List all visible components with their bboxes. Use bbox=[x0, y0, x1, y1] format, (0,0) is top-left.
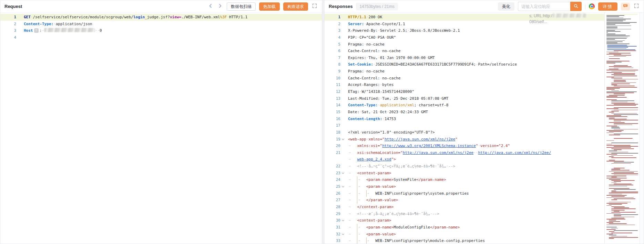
minimap-row bbox=[611, 74, 635, 75]
code-line[interactable]: 14Content-Type:·application/xml;·charset… bbox=[325, 102, 604, 109]
hot-reload-button[interactable]: 热加载 bbox=[259, 2, 280, 11]
fold-chevron-icon[interactable] bbox=[340, 183, 346, 190]
minimap-row bbox=[611, 71, 635, 72]
code-line[interactable]: 21→xsi:schemaLocation="http://java.sun.c… bbox=[325, 149, 604, 156]
code-line[interactable]: 13Last-Modified:·Tue,·25·Dec·2018·05:07:… bbox=[325, 95, 604, 102]
minimap-row bbox=[606, 154, 617, 155]
code-token: Expires: bbox=[348, 56, 366, 60]
build-request-button[interactable]: 构造请求 bbox=[283, 2, 308, 11]
request-expand-button[interactable] bbox=[311, 3, 318, 10]
code-line[interactable]: 3X-Powered-By:·Servlet·2.5;·JBoss-5.0/JB… bbox=[325, 27, 604, 34]
minimap-row bbox=[606, 176, 626, 176]
request-code-editor[interactable]: 1GET·/selfservice/selfservice/module/scg… bbox=[0, 13, 322, 244]
code-line[interactable]: 7Expires:·Thu,·01·Jan·1970·00:00:00·GMT bbox=[325, 55, 604, 61]
whitespace-dot: · bbox=[407, 28, 410, 33]
minimap-row bbox=[606, 70, 638, 70]
minimap-row bbox=[614, 230, 638, 231]
code-line[interactable]: 6Cache-Control:·no-cache bbox=[325, 48, 604, 55]
minimap-row bbox=[611, 180, 635, 181]
code-line[interactable]: 11Accept-Ranges:·bytes bbox=[325, 81, 604, 88]
code-text: Last-Modified:·Tue,·25·Dec·2018·05:07:08… bbox=[346, 96, 448, 101]
history-prev-button[interactable] bbox=[207, 3, 214, 10]
line-number: 26 bbox=[325, 190, 340, 197]
code-line[interactable]: 27→→</param-value> bbox=[325, 197, 604, 204]
minimap-row bbox=[611, 157, 636, 158]
code-token: Content-Type: bbox=[348, 103, 378, 107]
code-line[interactable]: 12ETag:·W/"14318-1545714428000" bbox=[325, 88, 604, 95]
minimap-row bbox=[606, 225, 635, 225]
comment-button[interactable] bbox=[621, 3, 630, 10]
code-line[interactable]: 2Content-Type:·application/json bbox=[0, 21, 322, 28]
line-number: 28 bbox=[325, 204, 340, 211]
whitespace-dot: · bbox=[378, 28, 380, 33]
code-line[interactable]: 16Content-Length:·14753 bbox=[325, 116, 604, 123]
minimap[interactable] bbox=[604, 13, 640, 244]
response-search-button[interactable] bbox=[570, 2, 582, 11]
code-token: 05:07:08 bbox=[421, 96, 439, 101]
code-token: application/json bbox=[56, 22, 92, 26]
indent-guide: → bbox=[357, 224, 366, 231]
code-line[interactable]: 24→→<param-name>SystemFile</param-name> bbox=[325, 176, 604, 183]
response-code-editor[interactable]: 1HTTP/1.1·200·OK2Server:·Apache-Coyote/1… bbox=[325, 13, 604, 244]
tab-indent-icon: → bbox=[348, 149, 357, 156]
code-token: --> bbox=[448, 164, 455, 168]
code-token: Accept-Ranges: bbox=[348, 82, 380, 87]
packet-scan-button[interactable]: 数据包扫描 bbox=[227, 2, 256, 11]
code-line[interactable]: 1GET·/selfservice/selfservice/module/scg… bbox=[0, 14, 322, 21]
code-line[interactable]: 20→xmlns:xsi="http://www.w3.org/2001/XML… bbox=[325, 143, 604, 149]
code-text: ETag:·W/"14318-1545714428000" bbox=[346, 89, 414, 94]
code-line[interactable]: 32→→<param-value> bbox=[325, 231, 604, 238]
vertical-scrollbar[interactable] bbox=[640, 13, 644, 244]
code-line[interactable]: 9Pragma:·no-cache bbox=[325, 68, 604, 75]
code-line[interactable]: 15Date:·Sat,·21·Oct·2023·02:24:33·GMT bbox=[325, 109, 604, 116]
code-line[interactable]: 19<web-app·xmlns="http://java.sun.com/xm… bbox=[325, 136, 604, 143]
code-line[interactable]: 8Set-Cookie:·JSESSIONID=BE243AC6A67FE633… bbox=[325, 61, 604, 68]
code-token: ./WEB-INF/web.xml bbox=[181, 15, 220, 19]
fold-chevron-icon[interactable] bbox=[340, 217, 346, 224]
minimap-row bbox=[611, 212, 636, 213]
code-line[interactable]: 28→</context-param> bbox=[325, 204, 604, 211]
code-line[interactable]: 30→<context-param> bbox=[325, 217, 604, 224]
minimap-row bbox=[611, 196, 625, 197]
request-title: Request bbox=[4, 4, 22, 9]
code-line[interactable]: 17 bbox=[325, 122, 604, 129]
code-line[interactable]: 3Host?:···0 bbox=[0, 27, 322, 34]
code-line[interactable]: 23→<context-param> bbox=[325, 170, 604, 177]
minimap-row bbox=[606, 30, 615, 31]
response-expand-button[interactable] bbox=[633, 3, 640, 10]
minimap-row bbox=[609, 58, 620, 59]
code-line[interactable]: 18<?xml·version="1.0"·encoding="UTF-8"?> bbox=[325, 129, 604, 136]
code-line[interactable]: 31→→<param-name>ModuleConfigFile</param-… bbox=[325, 224, 604, 231]
code-line[interactable]: 33→→→WEB-INF\config\property\module-conf… bbox=[325, 237, 604, 244]
code-line[interactable]: →web-app_2_4.xsd"> bbox=[325, 156, 604, 163]
code-line[interactable]: 10Cache-Control:·no-cache bbox=[325, 75, 604, 82]
code-line[interactable]: 26→→→WEB-INF\config\property\system.prop… bbox=[325, 190, 604, 197]
code-line[interactable]: 4 bbox=[0, 34, 322, 41]
code-line[interactable]: 5Pragma:·no-cache bbox=[325, 41, 604, 48]
beautify-button[interactable]: 美化 bbox=[498, 2, 514, 11]
fold-chevron-icon[interactable] bbox=[340, 170, 346, 177]
redacted-text bbox=[44, 28, 95, 32]
response-search-input[interactable] bbox=[518, 2, 570, 11]
line-number: 3 bbox=[325, 27, 340, 34]
open-in-browser-icon[interactable] bbox=[589, 3, 595, 9]
code-line[interactable]: 1HTTP/1.1·200·OK bbox=[325, 14, 604, 21]
tab-indent-icon: → bbox=[348, 163, 357, 170]
line-number: 5 bbox=[325, 41, 340, 48]
line-number: 32 bbox=[325, 231, 340, 238]
code-line[interactable]: 29→<!--·æ¨¡å—ä¿¡æ¯é…ç½®æ–‡ä»¶è·¯å¾„·--> bbox=[325, 211, 604, 217]
code-line[interactable]: 4P3P:·CP="CAO·PSA·OUR" bbox=[325, 34, 604, 41]
minimap-row bbox=[614, 114, 638, 115]
minimap-row bbox=[611, 111, 619, 111]
code-line[interactable]: 25→→<param-value> bbox=[325, 183, 604, 190]
history-next-button[interactable] bbox=[217, 3, 223, 10]
minimap-row bbox=[614, 121, 621, 122]
fold-chevron-icon[interactable] bbox=[340, 231, 346, 238]
fold-chevron-icon[interactable] bbox=[340, 136, 346, 143]
code-line[interactable]: 22→<!--·å…¬ç”¨ç³»ç»Ÿä¿¡æ¯é…ç½®æ–‡ä»¶è·¯å… bbox=[325, 163, 604, 170]
detail-button[interactable]: 详情 bbox=[598, 2, 617, 11]
code-line[interactable]: 2Server:·Apache-Coyote/1.1 bbox=[325, 21, 604, 28]
code-token: Oct bbox=[380, 110, 387, 114]
minimap-row bbox=[609, 185, 633, 185]
minimap-row bbox=[609, 223, 627, 224]
